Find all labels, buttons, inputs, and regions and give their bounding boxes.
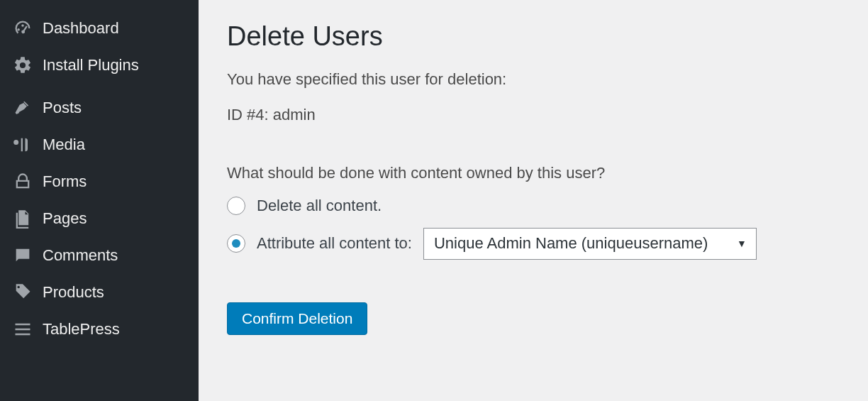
sidebar-item-label: Dashboard [43,19,119,38]
content-question: What should be done with content owned b… [227,164,840,182]
pages-icon [13,209,33,229]
forms-icon [13,172,33,192]
content-options: Delete all content. Attribute all conten… [227,197,840,260]
user-id-line: ID #4: admin [227,106,840,124]
sidebar-item-label: Posts [43,99,82,117]
option-attribute-content[interactable]: Attribute all content to: Unique Admin N… [227,228,840,260]
page-title: Delete Users [227,21,840,52]
radio-attribute[interactable] [227,234,245,253]
sidebar-item-label: TablePress [43,320,120,339]
radio-delete[interactable] [227,197,245,215]
sidebar-item-label: Media [43,136,85,154]
gear-icon [13,55,33,75]
attribute-user-select[interactable]: Unique Admin Name (uniqueusername) [423,228,757,260]
sidebar-item-label: Forms [43,172,87,191]
sidebar-item-pages[interactable]: Pages [0,200,199,237]
confirm-deletion-button[interactable]: Confirm Deletion [227,302,367,335]
sidebar-item-media[interactable]: Media [0,126,199,163]
option-attribute-label: Attribute all content to: [257,234,412,253]
sidebar-item-label: Pages [43,209,87,228]
sidebar-item-products[interactable]: Products [0,274,199,311]
sidebar-item-label: Products [43,283,104,302]
intro-text: You have specified this user for deletio… [227,70,840,89]
sidebar-item-install-plugins[interactable]: Install Plugins [0,47,199,84]
sidebar-item-posts[interactable]: Posts [0,89,199,126]
pin-icon [13,98,33,118]
gauge-icon [13,18,33,38]
media-icon [13,135,33,155]
sidebar-item-tablepress[interactable]: TablePress [0,311,199,348]
sidebar-item-forms[interactable]: Forms [0,163,199,200]
option-delete-label: Delete all content. [257,197,382,215]
admin-sidebar: Dashboard Install Plugins Posts Media Fo… [0,0,199,401]
tag-icon [13,282,33,302]
sidebar-item-label: Install Plugins [43,56,139,75]
comment-icon [13,246,33,265]
list-icon [13,319,33,339]
option-delete-content[interactable]: Delete all content. [227,197,840,215]
sidebar-item-comments[interactable]: Comments [0,237,199,274]
sidebar-item-label: Comments [43,246,118,265]
sidebar-item-dashboard[interactable]: Dashboard [0,10,199,47]
main-content: Delete Users You have specified this use… [199,0,868,401]
